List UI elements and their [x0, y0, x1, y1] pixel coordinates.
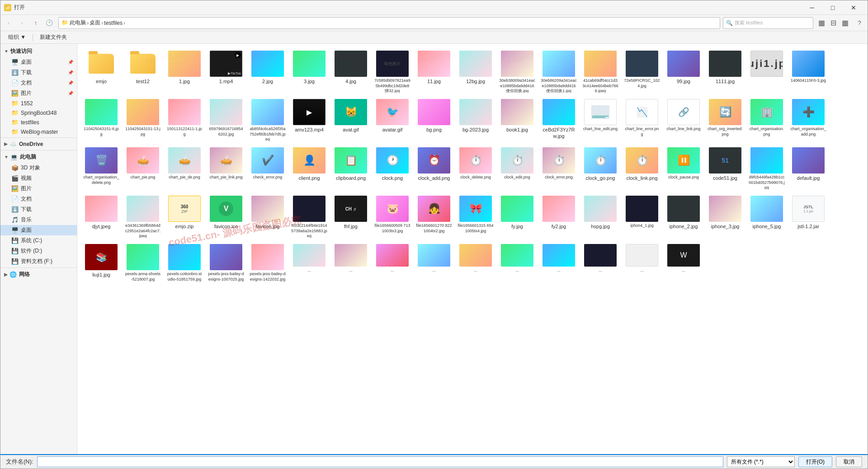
- file-item[interactable]: 6597969167168546202.jpg: [206, 96, 246, 143]
- file-item[interactable]: pexels-cottonbro-studio-51851759.jpg: [164, 241, 205, 284]
- file-item[interactable]: 3.jpg: [289, 47, 330, 95]
- file-item[interactable]: ...: [289, 241, 330, 284]
- file-item[interactable]: ➕ chart_organisation_add.png: [788, 96, 829, 143]
- file-item[interactable]: 140604115F0-3.jpg: [788, 47, 829, 95]
- file-item[interactable]: emjo: [81, 47, 122, 95]
- minimize-button[interactable]: ─: [802, 0, 822, 15]
- file-item[interactable]: ...: [455, 241, 496, 284]
- file-item[interactable]: ...: [414, 241, 454, 284]
- file-item[interactable]: chart_line_edit.png: [580, 96, 621, 143]
- file-item[interactable]: d9fcb449fa428b1cc001b40527b99076.jpg: [746, 144, 787, 192]
- file-item[interactable]: 41cab69df54cc1d33c414ee604beb7666.jpeg: [580, 47, 621, 95]
- filename-input[interactable]: [37, 456, 723, 467]
- search-bar[interactable]: 🔍 搜索 testfiles: [723, 17, 813, 29]
- file-item[interactable]: 30eb38009a341eace10885bda9dd416便你回换.jpg: [497, 47, 538, 95]
- sidebar-item-pictures[interactable]: 🖼️ 图片 📌: [0, 88, 77, 98]
- file-item[interactable]: JSTL 1.2.jar jstl-1.2.jar: [788, 192, 829, 240]
- sidebar-item-f-drive[interactable]: 💾 资料文档 (F:): [0, 256, 77, 267]
- up-button[interactable]: ↑: [29, 17, 42, 29]
- file-item[interactable]: 🔄 chart_org_inverted.png: [705, 96, 745, 143]
- sidebar-item-docs-pc[interactable]: 📄 文档: [0, 194, 77, 204]
- file-item[interactable]: ✔️ check_error.png: [247, 144, 288, 192]
- file-item[interactable]: pexels-jess-bailey-designs-1422032.jpg: [247, 241, 288, 284]
- file-item[interactable]: 🎀 file1656601315 6541005tx4.jpg: [455, 192, 496, 240]
- file-item[interactable]: 🥧 chart_pie_de.png: [164, 144, 205, 192]
- file-item[interactable]: ...: [580, 241, 621, 284]
- file-item[interactable]: book1.jpg: [497, 96, 538, 143]
- sidebar-item-pictures-pc[interactable]: 🖼️ 图片: [0, 183, 77, 194]
- file-item[interactable]: W ...: [663, 241, 704, 284]
- file-item[interactable]: pexels-jess-bailey-designs-1007025.jpg: [206, 241, 246, 284]
- file-item[interactable]: iphone_3.jpg: [705, 192, 745, 240]
- filetype-select[interactable]: 所有文件 (*.*): [727, 456, 795, 467]
- file-item[interactable]: 📚 liuji1.jpg: [81, 241, 122, 284]
- forward-button[interactable]: ›: [16, 17, 28, 29]
- file-item[interactable]: ▶ amv123.mp4: [289, 96, 330, 143]
- file-item[interactable]: ▶ ▶TikTok 1.mp4: [206, 47, 246, 95]
- file-item[interactable]: fc03c2144f94e19145739a6a2e15883.jpeg: [289, 192, 330, 240]
- file-item[interactable]: iphon4_1.jpg: [622, 192, 662, 240]
- file-item-co-badge[interactable]: liuji1.jpg: [746, 47, 787, 95]
- cancel-button[interactable]: 取消: [836, 456, 862, 467]
- file-item[interactable]: ceBd2F3Yz7Rw.jpg: [538, 96, 579, 143]
- file-item[interactable]: favicon.jpg: [247, 192, 288, 240]
- file-item[interactable]: 360 ZIP emjo.zip: [164, 192, 205, 240]
- file-item[interactable]: iphone_5.jpg: [746, 192, 787, 240]
- view-large-button[interactable]: ▦: [840, 18, 850, 28]
- file-item[interactable]: bg.png: [414, 96, 454, 143]
- file-item[interactable]: 110425043151-6.jpg: [81, 96, 122, 143]
- file-item[interactable]: ⏱️ clock_error.png: [538, 144, 579, 192]
- file-item[interactable]: 72e58PICRSC_1024.jpg: [622, 47, 662, 95]
- file-item[interactable]: ⏰ clock_add.png: [414, 144, 454, 192]
- file-item[interactable]: 🏢 chart_organisation.png: [746, 96, 787, 143]
- file-item[interactable]: ⏱️ clock_delete.png: [455, 144, 496, 192]
- file-item[interactable]: 11.jpg: [414, 47, 454, 95]
- view-list-button[interactable]: ▦: [816, 18, 827, 28]
- file-item[interactable]: 👤 client.png: [289, 144, 330, 192]
- thispc-header[interactable]: ▼ 💻 此电脑: [0, 151, 77, 163]
- file-item[interactable]: 🔗 chart_line_link.png: [663, 96, 704, 143]
- sidebar-item-music-pc[interactable]: 🎵 音乐: [0, 215, 77, 225]
- file-item[interactable]: ⏸️ clock_pause.png: [663, 144, 704, 192]
- help-button[interactable]: ?: [853, 17, 866, 29]
- file-item[interactable]: 🥧 chart_pie_link.png: [206, 144, 246, 192]
- sidebar-item-desktop-pc[interactable]: 🖥️ 桌面: [0, 225, 77, 235]
- network-header[interactable]: ▶ 🌐 网络: [0, 269, 77, 280]
- file-item[interactable]: ...: [372, 241, 413, 284]
- sidebar-item-desktop-quick[interactable]: 🖥️ 桌面 📌: [0, 57, 77, 67]
- sidebar-item-downloads[interactable]: ⬇️ 下载 📌: [0, 67, 77, 78]
- file-item[interactable]: 🕐 clock.png: [372, 144, 413, 192]
- file-item[interactable]: 🐦 avatar.gif: [372, 96, 413, 143]
- file-item[interactable]: 51 code51.jpg: [705, 144, 745, 192]
- address-bar[interactable]: 📁 此电脑 › 桌面 › testfiles ›: [58, 17, 720, 29]
- sidebar-item-springboot[interactable]: 📁 SpringBoot348: [0, 108, 77, 117]
- file-item[interactable]: 1.jpg: [164, 47, 205, 95]
- sidebar-item-1552[interactable]: 📁 1552: [0, 98, 77, 108]
- recent-button[interactable]: 🕐: [43, 17, 56, 29]
- file-item[interactable]: default.jpg: [788, 144, 829, 192]
- file-item[interactable]: 🐷 file1656600509 7131003tx3.jpg: [372, 192, 413, 240]
- file-item[interactable]: ⏱️ clock_link.png: [622, 144, 662, 192]
- file-item[interactable]: 1111.jpg: [705, 47, 745, 95]
- maximize-button[interactable]: □: [822, 0, 843, 15]
- open-button[interactable]: 打开(O): [798, 456, 832, 467]
- file-item[interactable]: djyt.jpeg: [81, 192, 122, 240]
- sidebar-item-3d[interactable]: 📦 3D 对象: [0, 163, 77, 173]
- sidebar-item-d-drive[interactable]: 💾 软件 (D:): [0, 246, 77, 256]
- sidebar-item-dl-pc[interactable]: ⬇️ 下载: [0, 204, 77, 215]
- file-item[interactable]: iphone_2.jpg: [663, 192, 704, 240]
- file-item[interactable]: fy.jpg: [497, 192, 538, 240]
- file-item[interactable]: V favicon.ico: [206, 192, 246, 240]
- close-button[interactable]: ✕: [843, 0, 864, 15]
- file-item[interactable]: 🗑️ chart_organisation_delete.png: [81, 144, 122, 192]
- file-item[interactable]: 30eb86209a341eace10885bda9dd416便你回换1.jpg: [538, 47, 579, 95]
- sidebar-item-c-drive[interactable]: 💾 系统 (C:): [0, 235, 77, 246]
- file-item[interactable]: 😸 avat.gif: [330, 96, 371, 143]
- file-item[interactable]: ...: [622, 241, 662, 284]
- file-item[interactable]: ⏱️ clock_go.png: [580, 144, 621, 192]
- file-item[interactable]: 150113122411-1.jpg: [164, 96, 205, 143]
- file-item[interactable]: pexels-anna-shvets-5218007.jpg: [123, 241, 163, 284]
- file-item[interactable]: hspg.jpg: [580, 192, 621, 240]
- quick-access-header[interactable]: ▼ 快速访问: [0, 46, 77, 57]
- onedrive-header[interactable]: ▶ ☁️ OneDrive: [0, 139, 77, 149]
